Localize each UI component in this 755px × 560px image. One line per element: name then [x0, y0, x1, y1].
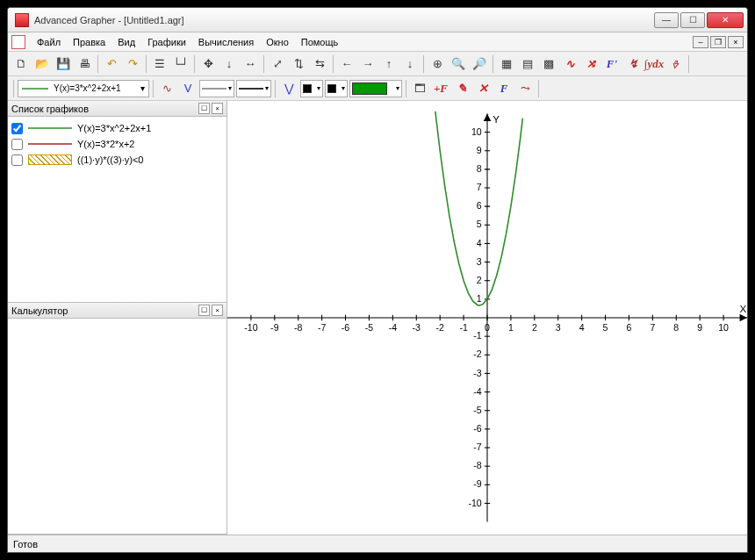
zoom-h-icon[interactable]: ⇆ [310, 54, 329, 74]
zero-crossing-icon[interactable]: ↯ [623, 54, 643, 74]
zoom-icon[interactable]: ⤢ [268, 54, 287, 74]
close-button[interactable]: ✕ [707, 12, 744, 28]
menu-calc[interactable]: Вычисления [192, 35, 260, 49]
sine-style-icon[interactable]: ∿ [157, 79, 176, 98]
svg-text:-8: -8 [294, 322, 303, 333]
add-func-icon[interactable]: +F [431, 79, 450, 98]
svg-text:1: 1 [477, 293, 482, 304]
menu-file[interactable]: Файл [31, 35, 67, 49]
graphlist-row[interactable]: Y(x)=3*2*x+2 [11, 136, 223, 152]
tangent-icon[interactable]: ⤨ [581, 54, 600, 74]
mdi-close-button[interactable]: × [728, 36, 744, 48]
svg-text:-3: -3 [413, 322, 421, 333]
calculator-body[interactable] [8, 319, 226, 534]
line-style-dropdown[interactable]: ▾ [199, 80, 234, 97]
line-preview [28, 154, 72, 165]
menu-view[interactable]: Вид [111, 35, 141, 49]
calc-icon[interactable]: ▦ [497, 54, 516, 74]
menu-graphs[interactable]: Графики [141, 35, 192, 49]
integral-icon[interactable]: ∫ydx [644, 54, 664, 74]
undo-icon[interactable]: ↶ [102, 54, 121, 74]
new-icon[interactable]: 🗋 [11, 54, 31, 74]
svg-text:7: 7 [650, 322, 655, 333]
line-width-dropdown[interactable]: ▾ [236, 80, 271, 97]
calculator-close-button[interactable]: × [212, 305, 223, 316]
svg-text:-1: -1 [459, 322, 468, 333]
svg-text:6: 6 [477, 200, 482, 211]
arrow-up-icon[interactable]: ↑ [379, 54, 399, 74]
graphlist-label: Y(x)=3*2*x+2 [77, 139, 134, 149]
point-style-icon[interactable]: ⋁ [279, 79, 298, 98]
plot-svg: XY-10-9-8-7-6-5-4-3-2-1012345678910-10-9… [227, 101, 747, 535]
svg-text:X: X [740, 303, 747, 314]
table-icon[interactable]: ▤ [518, 54, 537, 74]
graphlist-title: Список графиков [11, 104, 89, 114]
svg-text:-5: -5 [473, 405, 482, 415]
zoom-in-icon[interactable]: 🔍 [449, 54, 468, 74]
point-color2-dropdown[interactable]: ▾ [325, 80, 348, 97]
minimize-button[interactable]: — [654, 12, 679, 28]
intersect-icon[interactable]: ∿ [560, 54, 579, 74]
zoom-out-icon[interactable]: 🔎 [470, 54, 489, 74]
axes-props-icon[interactable]: └┘ [171, 54, 191, 74]
v-style-icon[interactable]: V [178, 79, 198, 98]
plot-area[interactable]: XY-10-9-8-7-6-5-4-3-2-1012345678910-10-9… [227, 101, 747, 535]
edit-func-icon[interactable]: ✎ [452, 79, 471, 98]
derivative-icon[interactable]: F' [602, 54, 622, 74]
graphlist-panel-header: Список графиков ☐ × [8, 101, 226, 117]
window-title: Advanced Grapher - [Untitled1.agr] [34, 15, 652, 25]
maximize-button[interactable]: ☐ [680, 12, 705, 28]
move-icon[interactable]: ✥ [198, 54, 218, 74]
arrow-right-icon[interactable]: → [358, 54, 378, 74]
move-down-icon[interactable]: ↓ [219, 54, 239, 74]
point-color1-dropdown[interactable]: ▾ [300, 80, 323, 97]
mdi-restore-button[interactable]: ❐ [710, 36, 726, 48]
svg-text:Y: Y [493, 113, 500, 125]
regression-icon[interactable]: ⎀ [665, 54, 685, 74]
svg-text:-7: -7 [318, 322, 327, 333]
delete-func-icon[interactable]: ✕ [473, 79, 493, 98]
svg-text:10: 10 [718, 322, 729, 333]
func-F-icon[interactable]: F [494, 79, 514, 98]
mdi-minimize-button[interactable]: – [693, 36, 708, 48]
move-right-icon[interactable]: ↔ [241, 54, 260, 74]
list-icon[interactable]: ☰ [150, 54, 169, 74]
current-graph-dropdown[interactable]: Y(x)=3*x^2+2x+1 ▾ [18, 80, 149, 97]
svg-text:1: 1 [508, 322, 514, 333]
svg-marker-6 [740, 314, 747, 321]
menu-window[interactable]: Окно [260, 35, 295, 49]
grid-icon[interactable]: ▩ [539, 54, 558, 74]
svg-text:8: 8 [673, 322, 679, 333]
app-icon [15, 13, 29, 27]
calculator-dock-button[interactable]: ☐ [198, 305, 210, 316]
graphlist-checkbox[interactable] [11, 139, 23, 150]
toolbar-graph: Y(x)=3*x^2+2x+1 ▾ ∿ V ▾ ▾ ⋁ ▾ ▾ ▾ 🗔 +F ✎… [8, 76, 747, 101]
svg-text:7: 7 [477, 182, 482, 192]
zoom-v-icon[interactable]: ⇅ [289, 54, 308, 74]
doc-icon [11, 35, 25, 49]
fill-color-dropdown[interactable]: ▾ [349, 80, 402, 97]
statusbar: Готов [8, 535, 747, 552]
arrow-down-icon[interactable]: ↓ [400, 54, 420, 74]
save-icon[interactable]: 💾 [54, 54, 73, 74]
calculator-panel-header: Калькулятор ☐ × [8, 303, 226, 319]
graphlist-checkbox[interactable] [11, 123, 23, 134]
menu-edit[interactable]: Правка [67, 35, 111, 49]
toolbar-main: 🗋 📂 💾 🖶 ↶ ↷ ☰ └┘ ✥ ↓ ↔ ⤢ ⇅ ⇆ ← → ↑ ↓ ⊕ 🔍… [8, 52, 747, 76]
menubar: Файл Правка Вид Графики Вычисления Окно … [8, 32, 747, 52]
graphlist-dock-button[interactable]: ☐ [198, 103, 210, 114]
status-text: Готов [13, 539, 38, 549]
graphlist-row[interactable]: ((1)·y)*((3)·y)<0 [11, 152, 223, 168]
print-icon[interactable]: 🖶 [75, 54, 94, 74]
redo-icon[interactable]: ↷ [123, 54, 142, 74]
arrow-left-icon[interactable]: ← [337, 54, 356, 74]
svg-text:-4: -4 [389, 322, 398, 333]
open-icon[interactable]: 📂 [32, 54, 52, 74]
trace-icon[interactable]: ⤳ [515, 79, 535, 98]
graphlist-row[interactable]: Y(x)=3*x^2+2x+1 [11, 120, 223, 136]
crosshair-icon[interactable]: ⊕ [428, 54, 447, 74]
properties-icon[interactable]: 🗔 [410, 79, 429, 98]
graphlist-checkbox[interactable] [11, 154, 23, 166]
menu-help[interactable]: Помощь [295, 35, 345, 49]
graphlist-close-button[interactable]: × [212, 103, 223, 114]
